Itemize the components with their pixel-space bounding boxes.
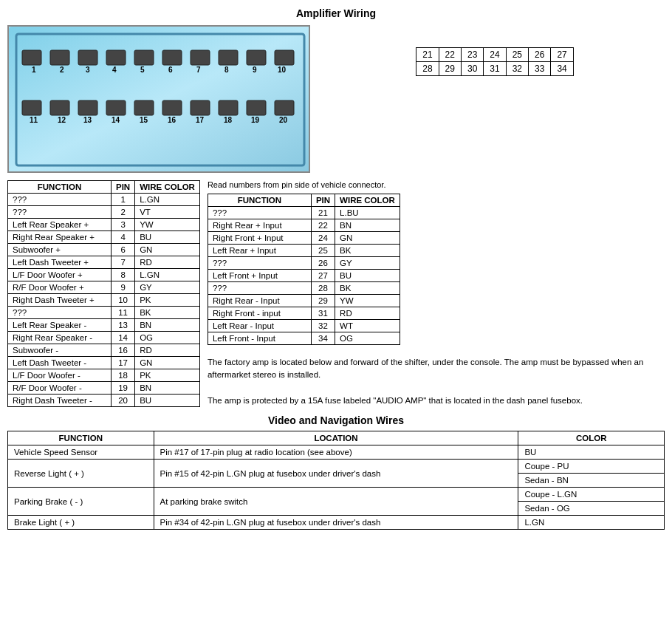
right-cell-6-1: 28	[311, 282, 335, 295]
pin-25: 25	[506, 48, 528, 62]
left-cell-5-1: 7	[112, 256, 135, 269]
left-table-row: Left Dash Tweeter -17GN	[8, 357, 200, 369]
right-cell-9-2: WT	[335, 320, 400, 332]
left-cell-0-1: 1	[112, 194, 135, 206]
svg-text:20: 20	[279, 116, 288, 124]
right-table-row: Right Rear - Input29YW	[208, 295, 400, 307]
pin-29: 29	[439, 62, 461, 76]
left-cell-5-2: RD	[135, 256, 200, 269]
left-table-row: Right Dash Tweeter +10PK	[8, 294, 200, 307]
nav-parking-color-1: Coupe - L.GN	[518, 488, 665, 502]
svg-text:16: 16	[168, 116, 176, 124]
svg-text:11: 11	[30, 116, 38, 124]
right-cell-5-2: BU	[335, 270, 400, 282]
left-cell-14-2: PK	[135, 369, 200, 382]
left-cell-15-1: 19	[112, 382, 135, 395]
svg-rect-22	[22, 100, 41, 115]
nav-brake-function: Brake Light ( + )	[8, 516, 154, 530]
left-table-row: Left Dash Tweeter +7RD	[8, 256, 200, 269]
nav-brake-location: Pin #34 of 42-pin L.GN plug at fusebox u…	[154, 516, 518, 530]
right-cell-1-0: Right Rear + Input	[208, 219, 311, 232]
right-cell-5-0: Left Front + Input	[208, 270, 311, 282]
pin-26: 26	[529, 48, 551, 62]
tables-section: FUNCTION PIN WIRE COLOR ???1L.GN???2VTLe…	[7, 180, 665, 407]
svg-rect-6	[134, 50, 154, 65]
right-cell-2-0: Right Front + Input	[208, 232, 311, 245]
left-cell-6-0: L/F Door Woofer +	[8, 269, 112, 281]
left-table-row: Right Rear Speaker +4BU	[8, 231, 200, 244]
nav-header-location: LOCATION	[154, 431, 518, 445]
left-cell-4-2: GN	[135, 244, 200, 256]
left-cell-8-2: PK	[135, 294, 200, 307]
nav-header-function: FUNCTION	[8, 431, 154, 445]
left-cell-8-1: 10	[112, 294, 135, 307]
left-cell-3-1: 4	[112, 231, 135, 244]
svg-text:10: 10	[278, 66, 287, 74]
right-cell-7-1: 29	[311, 295, 335, 307]
svg-rect-7	[162, 50, 182, 65]
nav-header-color: COLOR	[518, 431, 665, 445]
note-2: The amp is protected by a 15A fuse label…	[208, 395, 665, 407]
nav-reverse-color-1: Coupe - PU	[518, 460, 665, 474]
right-cell-6-2: BK	[335, 282, 400, 295]
left-cell-6-1: 8	[112, 269, 135, 281]
left-cell-9-0: ???	[8, 307, 112, 319]
pin-24: 24	[484, 48, 506, 62]
left-cell-10-2: BN	[135, 319, 200, 332]
nav-section-title: Video and Navigation Wires	[7, 414, 665, 426]
left-cell-1-1: 2	[112, 206, 135, 219]
connector-image: 1 2 3 4 5 6 7 8 9 10	[7, 25, 310, 173]
left-table-row: Left Rear Speaker -13BN	[8, 319, 200, 332]
left-cell-6-2: L.GN	[135, 269, 200, 281]
nav-reverse-color-2: Sedan - BN	[518, 474, 665, 488]
right-cell-4-1: 26	[311, 257, 335, 270]
svg-rect-2	[22, 50, 41, 65]
pin-22: 22	[439, 48, 461, 62]
svg-text:8: 8	[224, 66, 229, 74]
left-table-row: Right Dash Tweeter -20BU	[8, 395, 200, 407]
right-table-row: Right Front + Input24GN	[208, 232, 400, 245]
svg-text:15: 15	[140, 116, 148, 124]
left-table-row: L/F Door Woofer -18PK	[8, 369, 200, 382]
nav-brake-color: L.GN	[518, 516, 665, 530]
left-table-row: Subwoofer +6GN	[8, 244, 200, 256]
svg-text:18: 18	[224, 116, 233, 124]
left-cell-10-0: Left Rear Speaker -	[8, 319, 112, 332]
left-table-row: L/F Door Woofer +8L.GN	[8, 269, 200, 281]
left-cell-2-2: YW	[135, 219, 200, 231]
right-table-row: Left Front - Input34OG	[208, 332, 400, 345]
right-cell-9-0: Left Rear - Input	[208, 320, 311, 332]
read-note: Read numbers from pin side of vehicle co…	[208, 180, 665, 189]
right-cell-7-0: Right Rear - Input	[208, 295, 311, 307]
left-cell-11-1: 14	[112, 332, 135, 344]
left-cell-8-0: Right Dash Tweeter +	[8, 294, 112, 307]
right-table-row: Right Front - input31RD	[208, 307, 400, 320]
notes-section: The factory amp is located below and for…	[208, 356, 665, 407]
right-cell-0-2: L.BU	[335, 207, 400, 219]
right-cell-1-1: 22	[311, 219, 335, 232]
nav-parking-color-2: Sedan - OG	[518, 502, 665, 516]
left-cell-13-1: 17	[112, 357, 135, 369]
pin-27: 27	[551, 48, 573, 62]
left-header-color: WIRE COLOR	[135, 181, 200, 194]
right-cell-8-2: RD	[335, 307, 400, 320]
nav-parking-function: Parking Brake ( - )	[8, 488, 154, 516]
left-cell-12-0: Subwoofer -	[8, 344, 112, 357]
pin-31: 31	[484, 62, 506, 76]
left-cell-3-2: BU	[135, 231, 200, 244]
right-header-function: FUNCTION	[208, 194, 311, 207]
right-cell-10-2: OG	[335, 332, 400, 345]
nav-reverse-function: Reverse Light ( + )	[8, 460, 154, 488]
right-table-row: Right Rear + Input22BN	[208, 219, 400, 232]
svg-rect-23	[50, 100, 69, 115]
svg-rect-25	[106, 100, 126, 115]
nav-row-parking: Parking Brake ( - )At parking brake swit…	[8, 488, 665, 502]
left-wiring-table: FUNCTION PIN WIRE COLOR ???1L.GN???2VTLe…	[7, 180, 200, 407]
svg-text:2: 2	[60, 66, 64, 74]
left-cell-4-0: Subwoofer +	[8, 244, 112, 256]
right-cell-9-1: 32	[311, 320, 335, 332]
note-1: The factory amp is located below and for…	[208, 356, 665, 382]
nav-parking-location: At parking brake switch	[154, 488, 518, 516]
svg-text:1: 1	[32, 66, 36, 74]
svg-text:7: 7	[196, 66, 201, 74]
